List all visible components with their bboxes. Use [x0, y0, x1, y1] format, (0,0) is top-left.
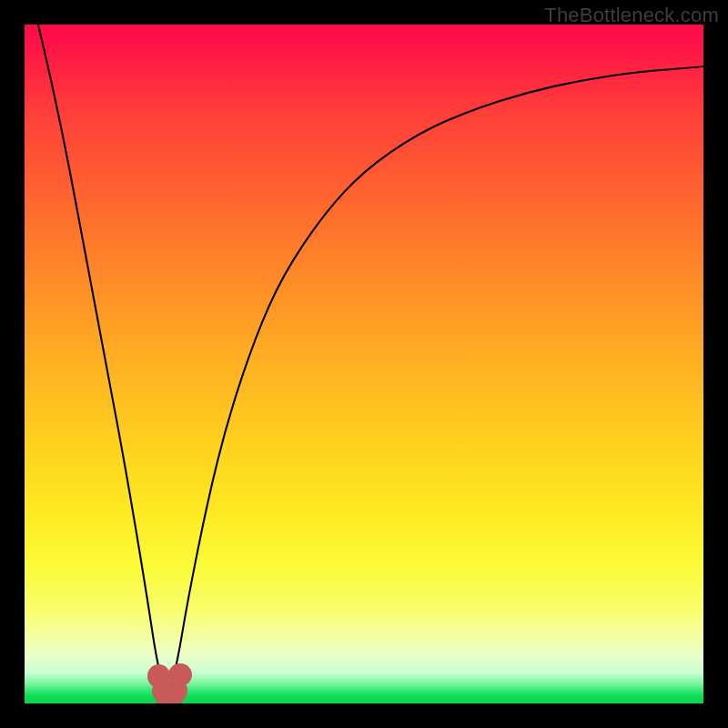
outer-frame: TheBottleneck.com — [0, 0, 728, 728]
minimum-marker-dot — [168, 663, 191, 686]
watermark-text: TheBottleneck.com — [544, 4, 719, 27]
bottleneck-curve — [25, 25, 703, 703]
plot-area — [25, 25, 703, 703]
